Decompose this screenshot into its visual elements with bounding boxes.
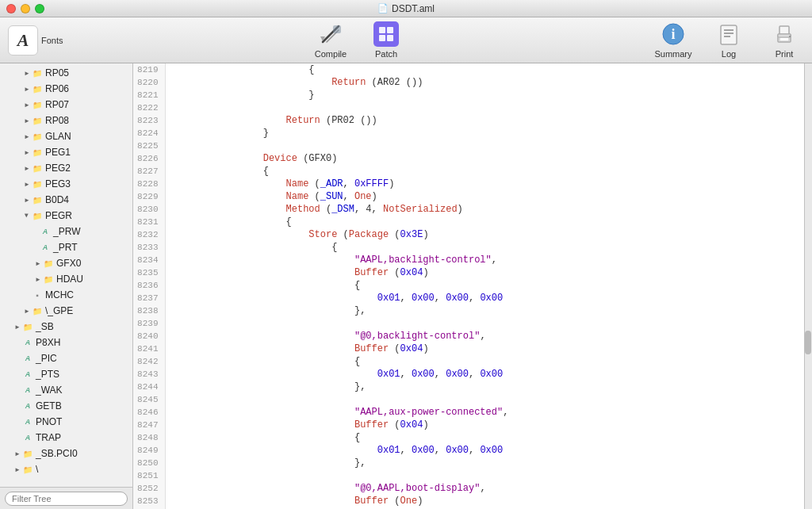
filter-input[interactable] (5, 492, 128, 506)
table-row: 8223 Return (PR02 ()) (133, 114, 804, 127)
line-number: 8231 (133, 216, 165, 228)
svg-point-17 (789, 36, 791, 37)
line-number: 8253 (133, 495, 165, 507)
table-row: 8221 } (133, 89, 804, 101)
summary-icon: i (661, 21, 686, 47)
patch-button[interactable]: Patch (366, 21, 406, 59)
line-number: 8229 (133, 190, 165, 203)
sidebar-item-pegr[interactable]: ► 📁 PEGR (0, 208, 132, 224)
file-icon: 📄 (377, 3, 389, 13)
maximize-button[interactable] (35, 4, 44, 13)
line-number: 8242 (133, 355, 165, 368)
sidebar-item-b0d4[interactable]: ► 📁 B0D4 (0, 192, 132, 208)
sidebar-item-backslash[interactable]: ► 📁 \ (0, 461, 132, 477)
line-number: 8247 (133, 419, 165, 431)
line-number: 8252 (133, 482, 165, 495)
line-number: 8223 (133, 114, 165, 127)
table-row: 8241 Buffer (0x04) (133, 343, 804, 355)
table-row: 8238 }, (133, 304, 804, 317)
line-code (165, 317, 804, 330)
sidebar-item-getb[interactable]: A GETB (0, 398, 132, 414)
sidebar-item-rp08[interactable]: ► 📁 RP08 (0, 113, 132, 128)
sidebar-item-pts[interactable]: A _PTS (0, 366, 132, 382)
sidebar-item-pic[interactable]: A _PIC (0, 350, 132, 366)
line-code (165, 140, 804, 152)
sidebar-item-prw[interactable]: A _PRW (0, 224, 132, 239)
sidebar-tree[interactable]: ► 📁 RP05 ► 📁 RP06 ► 📁 RP07 ► 📁 RP08 ► (0, 63, 132, 487)
line-code: }, (165, 304, 804, 317)
sidebar-item-rp05[interactable]: ► 📁 RP05 (0, 65, 132, 81)
fonts-icon[interactable]: A (8, 25, 38, 55)
sidebar-item-rp06[interactable]: ► 📁 RP06 (0, 81, 132, 97)
arrow-icon: ► (22, 211, 32, 220)
close-button[interactable] (6, 4, 16, 13)
sidebar-item-glan[interactable]: ► 📁 GLAN (0, 128, 132, 144)
table-row: 8222 (133, 101, 804, 114)
svg-rect-3 (379, 27, 385, 33)
line-number: 8226 (133, 152, 165, 165)
log-button[interactable]: Log (709, 21, 749, 59)
line-number: 8239 (133, 317, 165, 330)
line-code (165, 469, 804, 482)
sidebar-item-wak[interactable]: A _WAK (0, 382, 132, 398)
line-number: 8246 (133, 406, 165, 419)
line-number: 8219 (133, 63, 165, 76)
sidebar-item-peg3[interactable]: ► 📁 PEG3 (0, 176, 132, 192)
sidebar-item-p8xh[interactable]: A P8XH (0, 335, 132, 350)
print-button[interactable]: Print (764, 21, 804, 59)
table-row: 8225 (133, 140, 804, 152)
sidebar-item-gfx0-child[interactable]: ► 📁 GFX0 (0, 255, 132, 271)
minimize-button[interactable] (21, 4, 30, 13)
folder-icon: 📁 (32, 147, 43, 158)
line-code: Buffer (0x04) (165, 419, 804, 431)
compile-button[interactable]: Compile (311, 21, 350, 59)
sidebar-item-sb[interactable]: ► 📁 _SB (0, 319, 132, 335)
sidebar-item-mchc[interactable]: ► ▪ MCHC (0, 287, 132, 303)
code-area: 8219 {8220 Return (AR02 ())8221 }8222 82… (133, 63, 804, 509)
table-row: 8250 }, (133, 457, 804, 469)
sidebar-item-sbpci0[interactable]: ► 📁 _SB.PCI0 (0, 446, 132, 461)
sidebar-item-trap[interactable]: A TRAP (0, 430, 132, 446)
method-icon: A (22, 369, 33, 380)
method-icon: A (40, 226, 51, 237)
sidebar-item-peg1[interactable]: ► 📁 PEG1 (0, 144, 132, 160)
sidebar-item-prt[interactable]: A _PRT (0, 239, 132, 255)
method-icon: A (22, 337, 33, 348)
line-code: { (165, 431, 804, 444)
sidebar-item-gpe[interactable]: ► 📁 \_GPE (0, 303, 132, 319)
right-scrollbar[interactable] (804, 63, 812, 509)
folder-icon: 📁 (32, 83, 43, 94)
line-code: Method (_DSM, 4, NotSerialized) (165, 203, 804, 216)
arrow-icon: ► (22, 147, 32, 157)
line-code: { (165, 216, 804, 228)
method-icon: A (22, 432, 33, 443)
line-code: Return (AR02 ()) (165, 76, 804, 89)
traffic-lights (6, 4, 44, 13)
line-code: { (165, 165, 804, 178)
line-number: 8251 (133, 469, 165, 482)
sidebar-item-pnot[interactable]: A PNOT (0, 414, 132, 430)
sidebar-item-hdau[interactable]: ► 📁 HDAU (0, 271, 132, 287)
method-icon: A (22, 400, 33, 411)
folder-icon: 📁 (32, 194, 43, 205)
svg-text:i: i (671, 26, 675, 42)
code-scroll[interactable]: 8219 {8220 Return (AR02 ())8221 }8222 82… (133, 63, 804, 509)
line-code: Buffer (0x04) (165, 343, 804, 355)
line-number: 8220 (133, 76, 165, 89)
sidebar-item-peg2[interactable]: ► 📁 PEG2 (0, 160, 132, 176)
line-number: 8250 (133, 457, 165, 469)
sidebar-item-rp07[interactable]: ► 📁 RP07 (0, 97, 132, 113)
line-code: { (165, 63, 804, 76)
line-code: 0x01, 0x00, 0x00, 0x00 (165, 368, 804, 381)
table-row: 8243 0x01, 0x00, 0x00, 0x00 (133, 368, 804, 381)
svg-rect-6 (387, 35, 393, 41)
line-number: 8227 (133, 165, 165, 178)
table-row: 8226 Device (GFX0) (133, 152, 804, 165)
line-code: 0x01, 0x00, 0x00, 0x00 (165, 292, 804, 304)
table-row: 8230 Method (_DSM, 4, NotSerialized) (133, 203, 804, 216)
print-icon (772, 21, 797, 47)
summary-button[interactable]: i Summary (653, 21, 693, 59)
line-number: 8238 (133, 304, 165, 317)
line-number: 8222 (133, 101, 165, 114)
table-row: 8240 "@0,backlight-control", (133, 330, 804, 343)
